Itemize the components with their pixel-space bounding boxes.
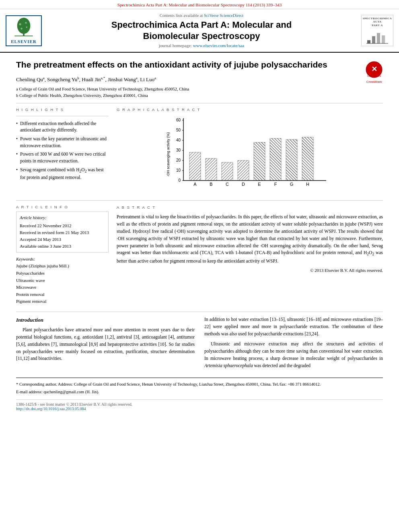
journal-logo-right: SPECTROCHIMICAACTAPART A bbox=[361, 15, 393, 46]
affiliation-1: a College of Grain Oil and Food Science,… bbox=[16, 86, 383, 92]
svg-text:G: G bbox=[290, 182, 294, 187]
authors-line: Chenling Qua, Songcheng Yub, Huali Jina,… bbox=[16, 76, 383, 84]
highlight-3: Powers of 300 W and 600 W were two criti… bbox=[16, 151, 109, 164]
intro-para-1: Plant polysaccharides have attracted mor… bbox=[16, 327, 195, 362]
intro-para-3: Ultrasonic and microwave extraction may … bbox=[204, 341, 383, 369]
svg-rect-7 bbox=[367, 40, 370, 43]
keyword-6: Pigment removal bbox=[16, 298, 109, 305]
highlights-graphical-section: H I G H L I G H T S Different extraction… bbox=[16, 107, 383, 195]
svg-text:10: 10 bbox=[176, 168, 181, 173]
doi-text[interactable]: http://dx.doi.org/10.1016/j.saa.2013.05.… bbox=[16, 407, 86, 411]
keyword-1: Jujube (Ziziphus jujuba Mill.) bbox=[16, 263, 109, 270]
footnote-email: E-mail address: quchenling@gmail.com (H.… bbox=[16, 389, 383, 395]
highlights-col: H I G H L I G H T S Different extraction… bbox=[16, 107, 109, 195]
article-info-heading: A R T I C L E I N F O bbox=[16, 205, 109, 209]
journal-homepage: journal homepage: www.elsevier.com/locat… bbox=[46, 43, 357, 48]
article-history-label: Article history: bbox=[20, 214, 105, 221]
svg-text:F: F bbox=[274, 182, 277, 187]
journal-homepage-link[interactable]: www.elsevier.com/locate/saa bbox=[193, 43, 245, 48]
svg-text:✕: ✕ bbox=[371, 65, 377, 73]
body-col-left: Introduction Plant polysaccharides have … bbox=[16, 316, 195, 373]
divider-1 bbox=[16, 103, 383, 103]
crossmark-label: CrossMark bbox=[365, 80, 383, 84]
intro-para-2: In addition to hot water extraction [13–… bbox=[204, 316, 383, 337]
journal-header: ELSEVIER Contents lists available at Sci… bbox=[0, 9, 399, 53]
introduction-heading: Introduction bbox=[16, 316, 195, 324]
svg-text:A: A bbox=[193, 182, 197, 187]
svg-rect-10 bbox=[382, 35, 385, 43]
svg-point-3 bbox=[25, 22, 27, 24]
svg-text:50: 50 bbox=[176, 128, 181, 132]
svg-text:40: 40 bbox=[176, 138, 181, 142]
article-content: ✕ CrossMark CrossMark The pretreatment e… bbox=[0, 53, 399, 420]
elsevier-logo: ELSEVIER bbox=[6, 15, 42, 46]
highlights-label: H I G H L I G H T S bbox=[16, 107, 109, 112]
svg-rect-38 bbox=[238, 160, 249, 181]
article-title: The pretreatment effects on the antioxid… bbox=[16, 59, 383, 70]
bottom-bar: 1386-1425/$ - see front matter © 2013 El… bbox=[16, 399, 383, 413]
svg-point-5 bbox=[26, 26, 27, 28]
elsevier-text: ELSEVIER bbox=[11, 39, 37, 44]
highlights-divider bbox=[16, 116, 109, 116]
keywords-label: Keywords: bbox=[16, 257, 35, 261]
highlights-list: Different extraction methods affected th… bbox=[16, 120, 109, 181]
copyright-text: © 2013 Elsevier B.V. All rights reserved… bbox=[117, 267, 383, 274]
keyword-3: Ultrasonic wave bbox=[16, 277, 109, 284]
body-section: Introduction Plant polysaccharides have … bbox=[16, 312, 383, 373]
svg-rect-46 bbox=[302, 137, 313, 181]
graphical-abstract-col: G R A P H I C A L A B S T R A C T 0 10 2… bbox=[117, 107, 383, 195]
svg-rect-32 bbox=[189, 152, 201, 181]
svg-rect-36 bbox=[222, 162, 233, 181]
journal-title-block: Contents lists available at SciVerse Sci… bbox=[46, 13, 357, 48]
keyword-2: Polysaccharides bbox=[16, 270, 109, 277]
affiliations: a College of Grain Oil and Food Science,… bbox=[16, 86, 383, 99]
highlight-4: Sevag reagent combined with H2O2 was bes… bbox=[16, 166, 109, 181]
svg-rect-9 bbox=[377, 33, 380, 43]
svg-rect-34 bbox=[206, 158, 217, 181]
svg-point-1 bbox=[17, 18, 31, 34]
crossmark-badge[interactable]: ✕ CrossMark CrossMark bbox=[365, 61, 383, 84]
journal-citation-bar: Spectrochimica Acta Part A: Molecular an… bbox=[0, 0, 399, 9]
graphical-abstract-label: G R A P H I C A L A B S T R A C T bbox=[117, 107, 383, 112]
article-info-abstract-section: A R T I C L E I N F O Article history: R… bbox=[16, 200, 383, 305]
footnotes-section: * Corresponding author. Address: College… bbox=[16, 378, 383, 396]
keyword-4: Microwave bbox=[16, 284, 109, 291]
abstract-heading: A B S T R A C T bbox=[117, 205, 383, 211]
svg-text:B: B bbox=[210, 182, 212, 187]
svg-text:E: E bbox=[258, 182, 261, 187]
svg-text:CrossMark: CrossMark bbox=[367, 74, 381, 77]
journal-main-title: Spectrochimica Acta Part A: Molecular an… bbox=[46, 19, 357, 41]
graphical-abstract-chart: 0 10 20 30 40 50 60 ·OH scavenging bbox=[117, 114, 383, 195]
svg-text:0: 0 bbox=[178, 178, 181, 183]
svg-text:·OH scavenging activity (%): ·OH scavenging activity (%) bbox=[166, 132, 170, 177]
footnote-corresponding: * Corresponding author. Address: College… bbox=[16, 381, 383, 388]
journal-citation-text: Spectrochimica Acta Part A: Molecular an… bbox=[117, 2, 282, 7]
highlight-1: Different extraction methods affected th… bbox=[16, 120, 109, 134]
body-two-col: Introduction Plant polysaccharides have … bbox=[16, 316, 383, 373]
svg-point-4 bbox=[21, 28, 23, 30]
crossmark-icon: ✕ CrossMark bbox=[365, 61, 383, 78]
svg-point-2 bbox=[19, 23, 21, 25]
issn-text: 1386-1425/$ - see front matter © 2013 El… bbox=[16, 402, 132, 407]
svg-text:C: C bbox=[226, 182, 229, 187]
journal-logo-chart-icon bbox=[365, 28, 389, 44]
bar-chart-svg: 0 10 20 30 40 50 60 ·OH scavenging bbox=[117, 114, 383, 195]
svg-text:30: 30 bbox=[176, 148, 181, 152]
svg-text:20: 20 bbox=[176, 158, 181, 162]
svg-text:60: 60 bbox=[176, 118, 181, 122]
article-info-col: A R T I C L E I N F O Article history: R… bbox=[16, 205, 109, 305]
highlight-2: Power was the key parameter in ultrasoni… bbox=[16, 136, 109, 149]
svg-text:H: H bbox=[306, 182, 309, 187]
svg-text:D: D bbox=[242, 182, 245, 187]
svg-rect-40 bbox=[254, 142, 265, 181]
keywords-block: Keywords: Jujube (Ziziphus jujuba Mill.)… bbox=[16, 256, 109, 305]
affiliation-2: b College of Public Health, Zhengzhou Un… bbox=[16, 92, 383, 99]
revised-date: Received in revised form 21 May 2013 bbox=[20, 229, 105, 236]
elsevier-tree-icon bbox=[12, 18, 36, 38]
sciverse-link[interactable]: SciVerse ScienceDirect bbox=[204, 13, 243, 18]
svg-rect-42 bbox=[270, 138, 281, 181]
svg-rect-8 bbox=[372, 36, 375, 43]
received-date: Received 22 November 2012 bbox=[20, 222, 105, 229]
abstract-text: Pretreatment is vital to keep the bioact… bbox=[117, 214, 383, 265]
journal-logo-title: SPECTROCHIMICAACTAPART A bbox=[363, 17, 392, 27]
